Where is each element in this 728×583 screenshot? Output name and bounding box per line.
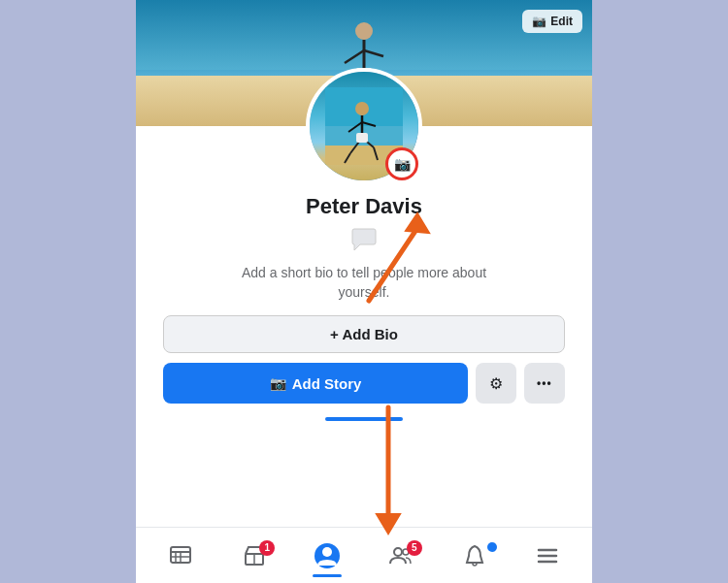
avatar-container: 📷 [306, 68, 422, 184]
svg-point-30 [322, 547, 332, 557]
phone-frame: 📷 Edit [136, 0, 592, 583]
profile-section: 📷 Peter Davis Add a short bio to tell pe… [136, 126, 592, 440]
notification-dot [487, 542, 497, 552]
nav-item-store[interactable]: 1 [217, 540, 291, 571]
message-icon [350, 225, 378, 256]
more-icon: ••• [537, 376, 552, 390]
store-badge: 1 [259, 540, 275, 556]
profile-icon [314, 542, 341, 569]
bottom-nav: 1 5 [136, 527, 592, 583]
svg-rect-20 [356, 133, 368, 143]
camera-icon: 📷 [532, 15, 546, 28]
change-avatar-button[interactable]: 📷 [385, 147, 418, 180]
add-bio-button[interactable]: + Add Bio [163, 315, 565, 353]
menu-icon [536, 544, 559, 567]
svg-line-2 [345, 50, 364, 63]
bell-icon [463, 544, 486, 567]
action-row: 📷 Add Story ⚙ ••• [163, 363, 565, 404]
nav-item-profile[interactable] [290, 538, 364, 573]
nav-item-groups[interactable]: 5 [364, 540, 438, 571]
svg-point-31 [394, 548, 402, 556]
profile-active-indicator [313, 574, 342, 577]
bio-placeholder-text: Add a short bio to tell people more abou… [209, 264, 519, 302]
svg-point-12 [355, 102, 369, 115]
nav-item-notifications[interactable] [438, 540, 512, 571]
edit-label: Edit [550, 15, 573, 28]
nav-item-home[interactable] [144, 540, 217, 571]
scroll-bar [325, 417, 403, 421]
add-story-label: Add Story [292, 375, 362, 392]
user-name: Peter Davis [306, 194, 422, 219]
home-icon [169, 544, 192, 567]
edit-cover-button[interactable]: 📷 Edit [522, 10, 582, 33]
nav-item-menu[interactable] [511, 540, 584, 571]
add-bio-label: + Add Bio [330, 326, 398, 342]
groups-badge: 5 [407, 540, 422, 556]
svg-line-3 [364, 50, 383, 56]
scroll-indicator [163, 411, 565, 425]
story-camera-icon: 📷 [270, 375, 286, 391]
add-story-button[interactable]: 📷 Add Story [163, 363, 468, 404]
settings-button[interactable]: ⚙ [476, 363, 516, 404]
more-button[interactable]: ••• [524, 363, 565, 404]
svg-point-0 [355, 22, 373, 40]
gear-icon: ⚙ [489, 374, 503, 393]
camera-badge-icon: 📷 [394, 156, 411, 172]
